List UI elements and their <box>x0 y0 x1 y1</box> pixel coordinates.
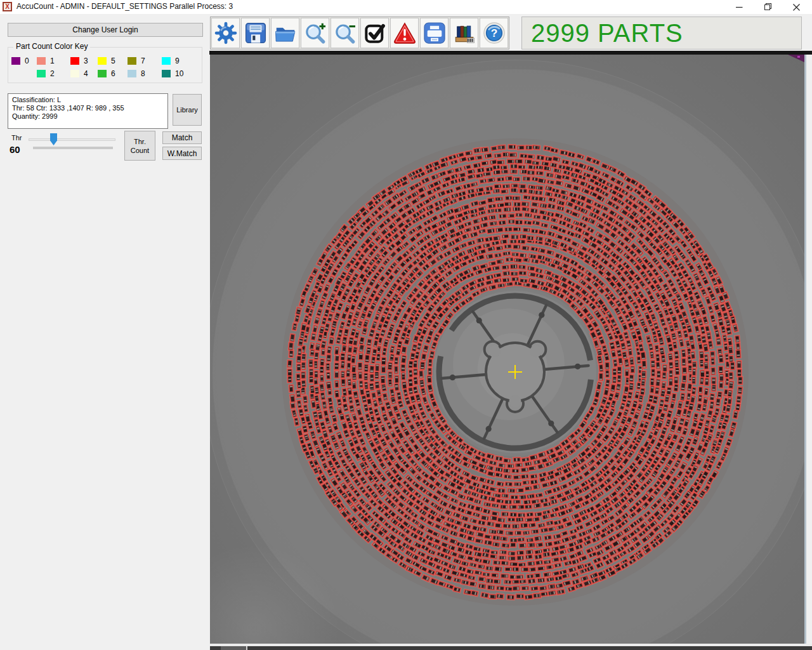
parts-count-panel: 2999 PARTS <box>521 17 802 50</box>
color-swatch-5 <box>98 57 107 65</box>
color-swatch-2 <box>37 70 46 77</box>
color-swatch-7 <box>128 57 136 65</box>
match-button[interactable]: Match <box>162 131 202 144</box>
classification-line: Classification: L <box>12 96 164 104</box>
color-swatch-8 <box>128 70 136 77</box>
color-key-grid: 013579246810 <box>11 55 199 80</box>
color-key-label: 2 <box>50 69 55 78</box>
open-folder-button[interactable] <box>271 18 299 48</box>
settings-gear-button[interactable] <box>211 18 240 48</box>
color-key-label: 5 <box>111 56 115 65</box>
zoom-in-icon <box>303 21 327 45</box>
color-key-label: 6 <box>111 69 115 78</box>
bottom-bar-segment <box>221 646 247 650</box>
library-books-button[interactable] <box>450 18 478 48</box>
app-window: X AccuCount - ADMIN - DEFAULT_SETTINGS P… <box>0 0 812 650</box>
change-user-login-button[interactable]: Change User Login <box>8 23 203 37</box>
threshold-slider-track[interactable] <box>29 138 115 141</box>
help-icon: ? <box>482 21 506 45</box>
color-swatch-4 <box>70 70 79 77</box>
parts-count-label: 2999 PARTS <box>531 19 683 48</box>
minimize-icon <box>736 4 743 11</box>
color-swatch-9 <box>162 57 171 65</box>
color-key-label: 8 <box>141 69 145 78</box>
save-button[interactable] <box>241 18 270 48</box>
save-icon <box>244 21 268 45</box>
toolbar-icon-strip: ? <box>210 17 509 50</box>
wmatch-button[interactable]: W.Match <box>162 147 202 160</box>
library-books-icon <box>452 21 476 45</box>
window-controls <box>725 0 811 14</box>
color-key-label: 10 <box>175 69 183 78</box>
threshold-secondary-track[interactable] <box>33 147 113 149</box>
title-bar: X AccuCount - ADMIN - DEFAULT_SETTINGS P… <box>0 0 812 14</box>
thr-count-button[interactable]: Thr. Count <box>124 131 155 161</box>
part-count-color-key-group: Part Count Color Key 013579246810 <box>8 47 202 83</box>
minimize-button[interactable] <box>725 0 754 14</box>
color-swatch-10 <box>162 70 171 77</box>
viewer-right-edge <box>804 55 806 644</box>
color-key-label: 0 <box>25 56 29 65</box>
color-key-label: 1 <box>50 56 55 65</box>
restore-icon <box>764 3 772 11</box>
quantity-line: Quantity: 2999 <box>12 112 164 121</box>
threshold-slider-thumb[interactable] <box>50 133 57 145</box>
count-check-icon <box>363 21 387 45</box>
color-key-label: 3 <box>84 56 88 65</box>
open-folder-icon <box>273 21 298 45</box>
library-button[interactable]: Library <box>173 94 202 126</box>
svg-text:?: ? <box>490 27 497 39</box>
classification-info-box: Classification: L Thr: 58 Ctr: 1333 ,140… <box>8 93 168 129</box>
color-swatch-3 <box>70 57 79 65</box>
zoom-out-icon <box>333 21 357 45</box>
color-key-label: 7 <box>141 56 145 65</box>
zoom-out-button[interactable] <box>331 18 359 48</box>
help-button[interactable]: ? <box>480 18 508 48</box>
color-key-title: Part Count Color Key <box>13 42 90 51</box>
settings-gear-icon <box>214 21 238 45</box>
threshold-value: 60 <box>10 144 20 155</box>
zoom-in-button[interactable] <box>301 18 329 48</box>
close-icon <box>793 4 800 11</box>
color-key-label: 4 <box>84 69 88 78</box>
print-icon <box>422 21 447 45</box>
count-check-button[interactable] <box>360 18 389 48</box>
color-swatch-1 <box>37 57 46 65</box>
color-key-label: 9 <box>175 56 180 65</box>
threshold-label: Thr <box>11 134 22 142</box>
threshold-center-line: Thr: 58 Ctr: 1333 ,1407 R: 989 , 355 <box>12 104 164 112</box>
sidebar: Change User Login Part Count Color Key 0… <box>0 14 209 650</box>
restore-button[interactable] <box>754 0 782 14</box>
warning-button[interactable] <box>390 18 419 48</box>
toolbar: ? 2999 PARTS <box>209 14 812 51</box>
warning-icon <box>393 21 417 45</box>
close-button[interactable] <box>782 0 811 14</box>
color-swatch-6 <box>98 70 107 77</box>
reel-image[interactable] <box>210 55 804 644</box>
bottom-dark-bar <box>210 646 812 650</box>
app-icon: X <box>3 2 12 11</box>
color-swatch-0 <box>11 57 20 65</box>
window-title: AccuCount - ADMIN - DEFAULT_SETTINGS Par… <box>16 2 233 11</box>
print-button[interactable] <box>420 18 449 48</box>
